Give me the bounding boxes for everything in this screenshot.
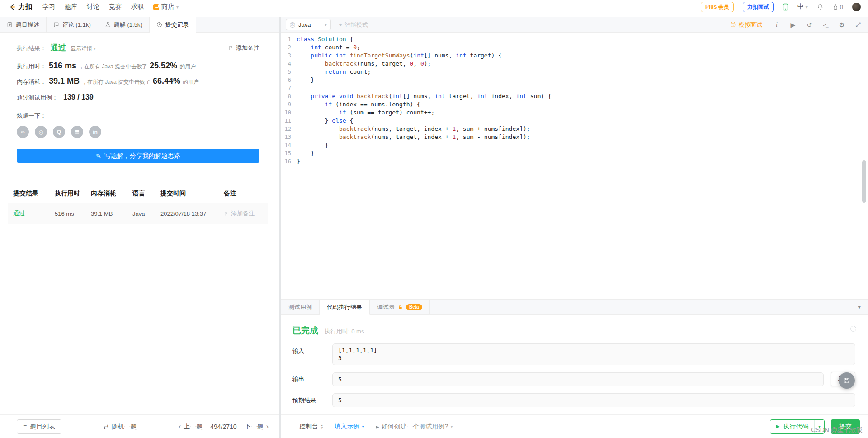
code-line[interactable]: 11 } else { [281, 117, 868, 125]
run-options-caret[interactable]: ▾ [814, 420, 824, 433]
console-tabbar: 测试用例 代码执行结果 调试器 Beta ▾ [281, 300, 868, 315]
code-line-content: } [297, 76, 314, 84]
run-code-main[interactable]: ▶ 执行代码 [770, 420, 814, 433]
code-line[interactable]: 15 } [281, 149, 868, 157]
share-link-icon[interactable]: ∞ [17, 126, 29, 138]
table-row[interactable]: 通过 516 ms 39.1 MB Java 2022/07/18 13:37 … [8, 203, 268, 224]
runtime-beat-prefix: ，在所有 Java 提交中击败了 [79, 63, 147, 71]
fill-example-label: 填入示例 [335, 423, 360, 431]
tab-description[interactable]: 题目描述 [0, 17, 47, 32]
line-number: 15 [281, 149, 297, 157]
code-line[interactable]: 12 backtrack(nums, target, index + 1, su… [281, 125, 868, 133]
fullscreen-icon[interactable]: ⤢ [854, 21, 862, 29]
interview-badge[interactable]: 力扣面试 [743, 2, 774, 12]
tab-submissions[interactable]: 提交记录 [150, 17, 196, 33]
editor-settings-icon[interactable]: ⚙ [838, 21, 845, 29]
fill-example-button[interactable]: 填入示例 ▾ [335, 423, 364, 431]
plus-member-badge[interactable]: Plus 会员 [701, 2, 734, 12]
notification-bell-icon[interactable] [817, 3, 824, 10]
write-solution-button[interactable]: ✎ 写题解，分享我的解题思路 [17, 149, 259, 163]
testcase-help-link[interactable]: ▸ 如何创建一个测试用例? ▾ [376, 423, 453, 431]
problem-list-label: 题目列表 [30, 423, 55, 431]
editor-scrollbar[interactable] [862, 160, 866, 203]
code-editor[interactable]: 1class Solution {2 int count = 0;3 publi… [281, 33, 868, 299]
mobile-app-icon[interactable] [783, 3, 788, 11]
collapse-console-icon[interactable]: ▾ [858, 300, 861, 314]
share-qq-icon[interactable]: Q [53, 126, 65, 138]
code-line[interactable]: 3 public int findTargetSumWays(int[] num… [281, 52, 868, 60]
code-line-content: } [297, 141, 328, 149]
tab-comments[interactable]: 评论 (1.1k) [47, 17, 98, 32]
terminal-icon[interactable]: >_ [822, 22, 829, 28]
code-line[interactable]: 14 } [281, 141, 868, 149]
code-line[interactable]: 5 return count; [281, 68, 868, 76]
random-problem-button[interactable]: ⇄ 随机一题 [104, 423, 137, 431]
reset-code-icon[interactable]: ↺ [806, 21, 813, 29]
input-value[interactable]: [1,1,1,1,1] 3 [332, 343, 855, 365]
testcase-help-label: 如何创建一个测试用例? [382, 423, 448, 431]
memory-beat-prefix: ，在所有 Java 提交中击败了 [82, 78, 151, 86]
prev-problem-button[interactable]: ‹ 上一题 [179, 423, 203, 431]
smart-mode-toggle[interactable]: ◆ 智能模式 [339, 21, 368, 29]
code-line[interactable]: 9 if (index == nums.length) { [281, 100, 868, 109]
share-weibo-icon[interactable]: ◎ [35, 126, 47, 138]
console-help-icon[interactable] [850, 326, 856, 332]
floating-save-button[interactable] [839, 372, 855, 389]
code-line[interactable]: 8 private void backtrack(int[] nums, int… [281, 92, 868, 100]
row-add-note[interactable]: 添加备注 [224, 209, 268, 218]
mock-interview-button[interactable]: 模拟面试 [730, 21, 762, 29]
tab-debugger[interactable]: 调试器 Beta [370, 300, 430, 314]
nav-item-jobs[interactable]: 求职 [131, 3, 144, 11]
run-code-button[interactable]: ▶ 执行代码 ▾ [770, 419, 825, 434]
nav-item-store[interactable]: 商店 ▾ [153, 3, 179, 11]
info-icon[interactable]: i [773, 21, 780, 29]
lock-icon [398, 305, 403, 310]
logo-text: 力扣 [18, 2, 33, 12]
nav-item-discuss[interactable]: 讨论 [87, 3, 99, 11]
tab-testcases[interactable]: 测试用例 [281, 300, 320, 314]
language-dropdown[interactable]: ⓘ Java ▾ [286, 19, 331, 30]
show-detail-link[interactable]: 显示详情 › [71, 45, 95, 52]
user-avatar[interactable] [852, 3, 861, 11]
submit-button[interactable]: 提交 [831, 419, 860, 434]
input-label: 输入 [292, 343, 332, 355]
nav-item-learn[interactable]: 学习 [42, 3, 55, 11]
expected-value[interactable]: 5 [332, 393, 855, 407]
code-line-content: backtrack(nums, target, 0, 0); [297, 60, 431, 68]
code-line[interactable]: 6 } [281, 76, 868, 84]
leetcode-logo[interactable]: 力扣 [8, 2, 33, 12]
line-number: 11 [281, 117, 297, 125]
share-douban-icon[interactable]: ≣ [71, 126, 83, 138]
chevron-down-icon: ▾ [450, 424, 453, 429]
console-toggle-button[interactable]: 控制台 ▴▾ [299, 423, 323, 431]
code-line[interactable]: 7 [281, 84, 868, 92]
streak-count: 0 [840, 4, 843, 10]
code-line[interactable]: 4 backtrack(nums, target, 0, 0); [281, 60, 868, 68]
row-status[interactable]: 通过 [13, 209, 55, 218]
code-line[interactable]: 10 if (sum == target) count++; [281, 109, 868, 117]
code-line[interactable]: 1class Solution { [281, 35, 868, 43]
next-problem-button[interactable]: 下一题 › [245, 423, 269, 431]
tab-solutions[interactable]: 题解 (1.5k) [98, 17, 150, 32]
nav-item-contest[interactable]: 竞赛 [109, 3, 122, 11]
code-line-content: } else { [297, 117, 353, 125]
code-line[interactable]: 13 backtrack(nums, target, index + 1, su… [281, 133, 868, 141]
language-selector[interactable]: 中 ▾ [797, 3, 808, 11]
add-note-button[interactable]: 添加备注 [228, 44, 259, 52]
nav-item-problems[interactable]: 题库 [65, 3, 77, 11]
code-line[interactable]: 2 int count = 0; [281, 43, 868, 52]
code-line[interactable]: 16} [281, 157, 868, 166]
editor-footer: 控制台 ▴▾ 填入示例 ▾ ▸ 如何创建一个测试用例? ▾ ▶ 执行 [281, 414, 868, 438]
result-status[interactable]: 通过 [51, 43, 66, 53]
problem-list-button[interactable]: ≡ 题目列表 [17, 419, 61, 434]
toolbar-left: ⓘ Java ▾ ◆ 智能模式 [286, 19, 368, 30]
code-line-content: backtrack(nums, target, index + 1, sum +… [297, 125, 530, 133]
run-icon[interactable]: ▶ [789, 21, 797, 29]
tab-run-result[interactable]: 代码执行结果 [320, 300, 370, 315]
runtime-stat: 执行用时： 516 ms ，在所有 Java 提交中击败了 25.52% 的用户 [17, 61, 259, 71]
output-value[interactable]: 5 [332, 372, 824, 386]
flask-icon [105, 22, 111, 28]
toolbar-right: 模拟面试 i ▶ ↺ >_ ⚙ ⤢ [730, 21, 862, 29]
streak-counter[interactable]: 0 [833, 4, 843, 10]
share-linkedin-icon[interactable]: in [89, 126, 101, 138]
